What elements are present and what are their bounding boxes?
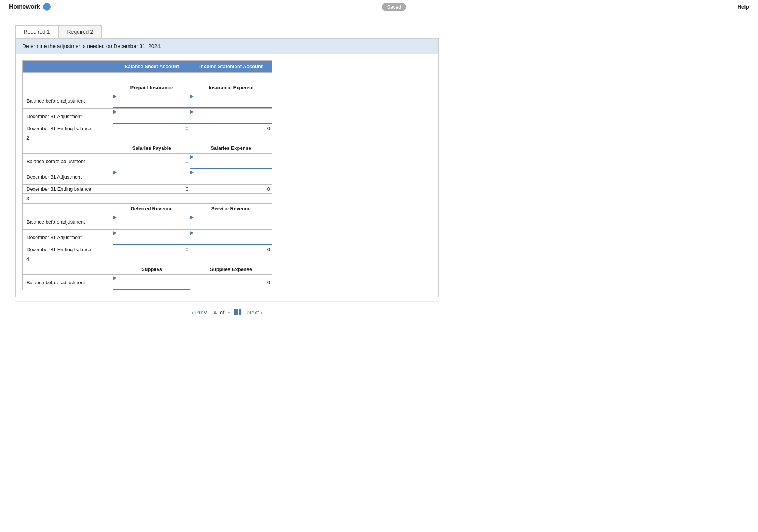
section-2-row-2: December 31 Adjustment ▶ ▶ [23, 169, 272, 185]
table-wrapper: Balance Sheet Account Income Statement A… [16, 54, 438, 290]
section-2-income-account-cell [190, 133, 272, 143]
arrow-icon-7: ▶ [190, 170, 194, 175]
section-1-balance-account-cell [113, 73, 190, 82]
tab-required2[interactable]: Required 2 [59, 25, 102, 38]
next-label: Next [247, 309, 259, 316]
section-2-row2-income-input[interactable] [190, 175, 272, 184]
section-3-sub-header: Deferred Revenue Service Revenue [23, 204, 272, 214]
section-3-row2-label: December 31 Adjustment [23, 230, 113, 245]
section-4-balance-account-cell [113, 254, 190, 264]
section-2-sub-header: Salaries Payable Salaries Expense [23, 143, 272, 154]
section-1-row1-balance-input[interactable] [113, 99, 190, 108]
section-1-label-empty [23, 82, 113, 93]
section-3-row-1: Balance before adjustment ▶ ▶ [23, 214, 272, 230]
main-content: Required 1 Required 2 Determine the adju… [0, 14, 454, 328]
section-3-row1-income-input[interactable] [190, 220, 272, 229]
section-2-row3-balance-readonly: 0 [113, 185, 190, 194]
page-info: 4 of 6 ​ [213, 308, 240, 316]
section-3-row2-income-cell: ▶ [190, 230, 272, 245]
tab-content: Determine the adjustments needed on Dece… [15, 38, 439, 297]
section-3-row3-label: December 31 Ending balance [23, 245, 113, 254]
section-1-number: 1. [23, 73, 113, 82]
section-2-balance-account: Salaries Payable [113, 143, 190, 154]
tabs: Required 1 Required 2 [15, 25, 439, 38]
arrow-icon-2: ▶ [190, 93, 194, 99]
section-3-income-account: Service Revenue [190, 204, 272, 214]
section-1-income-account-cell [190, 73, 272, 82]
section-1-row1-income-input[interactable] [190, 99, 272, 108]
instruction-bar: Determine the adjustments needed on Dece… [16, 39, 438, 54]
section-1-row-3: December 31 Ending balance 0 0 [23, 124, 272, 133]
section-3-row3-income-readonly: 0 [190, 245, 272, 254]
section-3-number: 3. [23, 194, 113, 204]
section-2-row2-balance-input[interactable] [113, 175, 190, 184]
section-4-number: 4. [23, 254, 113, 264]
arrow-icon-3: ▶ [113, 109, 117, 114]
grid-icon[interactable]: ​ [234, 308, 241, 316]
section-2-row1-income-input[interactable] [190, 159, 272, 169]
section-4-row1-balance-cell: ▶ [113, 275, 190, 290]
svg-rect-3 [234, 311, 236, 313]
svg-rect-5 [239, 311, 241, 313]
section-3-row2-income-input[interactable] [190, 235, 272, 245]
arrow-icon-1: ▶ [113, 93, 117, 99]
section-2-row2-balance-cell: ▶ [113, 169, 190, 185]
section-2-row1-income-cell: ▶ [190, 154, 272, 169]
section-1-row1-label: Balance before adjustment [23, 93, 113, 109]
section-3-label-empty [23, 204, 113, 214]
section-2-row1-label: Balance before adjustment [23, 154, 113, 169]
saved-badge: Saved [382, 4, 406, 10]
header-label [23, 61, 113, 73]
pagination-bar: ‹ Prev 4 of 6 ​ Next [15, 301, 439, 320]
section-3-row-2: December 31 Adjustment ▶ ▶ [23, 230, 272, 245]
prev-chevron-icon: ‹ [191, 309, 193, 316]
section-2-row2-label: December 31 Adjustment [23, 169, 113, 185]
info-icon[interactable]: i [43, 3, 51, 11]
section-1-row2-income-cell: ▶ [190, 109, 272, 124]
section-2-balance-account-cell [113, 133, 190, 143]
next-button[interactable]: Next › [247, 309, 263, 316]
section-2-row3-label: December 31 Ending balance [23, 185, 113, 194]
section-2-row-3: December 31 Ending balance 0 0 [23, 185, 272, 194]
current-page: 4 [213, 309, 216, 316]
next-chevron-icon: › [261, 309, 263, 316]
section-2-row-1: Balance before adjustment 0 ▶ [23, 154, 272, 169]
total-pages: 6 [227, 309, 230, 316]
prev-button[interactable]: ‹ Prev [191, 309, 207, 316]
arrow-icon-9: ▶ [190, 215, 194, 220]
svg-rect-0 [234, 309, 236, 311]
svg-rect-2 [239, 309, 241, 311]
section-4-row1-income-readonly: 0 [190, 275, 272, 290]
section-3-row2-balance-cell: ▶ [113, 230, 190, 245]
svg-rect-4 [236, 311, 238, 313]
section-1-income-account: Insurance Expense [190, 82, 272, 93]
section-3-row1-balance-input[interactable] [113, 220, 190, 229]
section-1-row1-balance-cell: ▶ [113, 93, 190, 109]
section-3-row2-balance-input[interactable] [113, 235, 190, 245]
instruction-text: Determine the adjustments needed on Dece… [22, 43, 162, 49]
section-1-row2-balance-cell: ▶ [113, 109, 190, 124]
section-3-row1-balance-cell: ▶ [113, 214, 190, 230]
section-1-row2-income-input[interactable] [190, 114, 272, 124]
section-4-income-account: Supplies Expense [190, 264, 272, 275]
tab-required1[interactable]: Required 1 [15, 25, 59, 38]
svg-rect-6 [234, 313, 236, 315]
section-3-row-3: December 31 Ending balance 0 0 [23, 245, 272, 254]
arrow-icon-5: ▶ [190, 154, 194, 159]
arrow-icon-11: ▶ [190, 230, 194, 235]
help-link[interactable]: Help [738, 4, 749, 10]
app-title: Homework [9, 3, 40, 10]
app-title-area: Homework i [9, 3, 51, 11]
section-1-row1-income-cell: ▶ [190, 93, 272, 109]
section-4-balance-account: Supplies [113, 264, 190, 275]
section-1-row2-balance-input[interactable] [113, 114, 190, 124]
section-1-header: 1. [23, 73, 272, 82]
section-4-row1-balance-input[interactable] [113, 280, 190, 290]
section-4-income-account-cell [190, 254, 272, 264]
section-2-income-account: Salaries Expense [190, 143, 272, 154]
section-3-row3-balance-readonly: 0 [113, 245, 190, 254]
section-3-row1-label: Balance before adjustment [23, 214, 113, 230]
section-1-row-2: December 31 Adjustment ▶ ▶ [23, 109, 272, 124]
section-3-header: 3. [23, 194, 272, 204]
svg-rect-7 [236, 313, 238, 315]
